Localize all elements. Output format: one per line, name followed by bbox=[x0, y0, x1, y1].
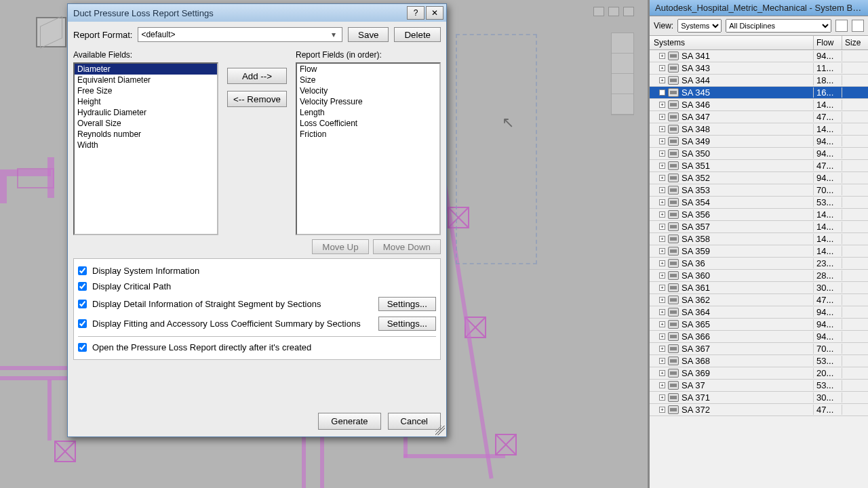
system-row[interactable]: +SA 36247... bbox=[650, 294, 868, 306]
system-row[interactable]: +SA 35453... bbox=[650, 197, 868, 209]
system-row[interactable]: +SA 37247... bbox=[650, 404, 868, 416]
system-row[interactable]: +SA 34311... bbox=[650, 62, 868, 75]
expand-icon[interactable]: + bbox=[659, 272, 665, 279]
expand-icon[interactable]: + bbox=[659, 175, 665, 181]
available-field-item[interactable]: Hydraulic Diameter bbox=[75, 107, 217, 118]
system-row[interactable]: +SA 35914... bbox=[650, 245, 868, 258]
checkbox-open-after-create[interactable] bbox=[78, 343, 87, 352]
system-row[interactable]: +SA 35814... bbox=[650, 233, 868, 245]
system-row[interactable]: +SA 35714... bbox=[650, 221, 868, 233]
move-down-button[interactable]: Move Down bbox=[373, 239, 441, 254]
system-row[interactable]: +SA 36130... bbox=[650, 282, 868, 294]
expand-icon[interactable]: + bbox=[659, 248, 665, 254]
expand-icon[interactable]: + bbox=[659, 333, 665, 340]
expand-icon[interactable]: + bbox=[659, 309, 665, 315]
system-row[interactable]: +SA 36594... bbox=[650, 319, 868, 331]
available-field-item[interactable]: Free Size bbox=[75, 85, 217, 96]
column-header-flow[interactable]: Flow bbox=[814, 36, 842, 49]
checkbox-system-info[interactable] bbox=[78, 266, 87, 275]
filter-icon[interactable] bbox=[835, 20, 848, 32]
available-field-item[interactable]: Diameter bbox=[75, 64, 217, 75]
expand-icon[interactable]: + bbox=[659, 89, 665, 96]
report-field-item[interactable]: Loss Coefficient bbox=[297, 118, 439, 129]
system-browser-body[interactable]: +SA 34194...+SA 34311...+SA 34418...+SA … bbox=[650, 50, 868, 488]
available-field-item[interactable]: Height bbox=[75, 96, 217, 107]
system-row[interactable]: +SA 36770... bbox=[650, 343, 868, 355]
system-row[interactable]: +SA 3623... bbox=[650, 258, 868, 270]
checkbox-critical-path[interactable] bbox=[78, 282, 87, 291]
expand-icon[interactable]: + bbox=[659, 394, 665, 401]
system-row[interactable]: +SA 36494... bbox=[650, 306, 868, 319]
report-fields-list[interactable]: FlowSizeVelocityVelocity PressureLengthL… bbox=[296, 62, 441, 235]
view-select[interactable]: Systems bbox=[677, 19, 722, 33]
system-row[interactable]: +SA 36853... bbox=[650, 355, 868, 367]
move-up-button[interactable]: Move Up bbox=[312, 239, 368, 254]
column-header-size[interactable]: Size bbox=[842, 36, 868, 49]
expand-icon[interactable]: + bbox=[659, 114, 665, 120]
expand-icon[interactable]: + bbox=[659, 358, 665, 364]
system-row[interactable]: +SA 34194... bbox=[650, 50, 868, 62]
expand-icon[interactable]: + bbox=[659, 65, 665, 71]
system-row[interactable]: +SA 36028... bbox=[650, 270, 868, 282]
report-field-item[interactable]: Velocity bbox=[297, 85, 439, 96]
system-row[interactable]: +SA 35147... bbox=[650, 160, 868, 172]
available-field-item[interactable]: Equivalent Diameter bbox=[75, 75, 217, 85]
column-header-systems[interactable]: Systems bbox=[650, 36, 814, 49]
expand-icon[interactable]: + bbox=[659, 138, 665, 144]
system-row[interactable]: +SA 3753... bbox=[650, 380, 868, 392]
system-row[interactable]: +SA 35370... bbox=[650, 184, 868, 197]
expand-icon[interactable]: + bbox=[659, 407, 665, 413]
available-fields-list[interactable]: DiameterEquivalent DiameterFree SizeHeig… bbox=[73, 62, 218, 235]
settings-button-fitting[interactable]: Settings... bbox=[378, 317, 436, 331]
available-field-item[interactable]: Overall Size bbox=[75, 118, 217, 129]
discipline-select[interactable]: All Disciplines bbox=[726, 19, 831, 33]
available-field-item[interactable]: Reynolds number bbox=[75, 129, 217, 140]
checkbox-fitting-summary[interactable] bbox=[78, 319, 87, 328]
expand-icon[interactable]: + bbox=[659, 297, 665, 303]
system-row[interactable]: +SA 36920... bbox=[650, 367, 868, 380]
expand-icon[interactable]: + bbox=[659, 126, 665, 132]
report-field-item[interactable]: Flow bbox=[297, 64, 439, 75]
help-button[interactable]: ? bbox=[407, 6, 425, 20]
expand-icon[interactable]: + bbox=[659, 346, 665, 352]
expand-icon[interactable]: + bbox=[659, 211, 665, 218]
remove-button[interactable]: <-- Remove bbox=[227, 91, 287, 107]
checkbox-straight-segments[interactable] bbox=[78, 300, 87, 308]
cancel-button[interactable]: Cancel bbox=[388, 413, 441, 430]
save-button[interactable]: Save bbox=[348, 27, 389, 42]
system-row[interactable]: +SA 35614... bbox=[650, 209, 868, 221]
expand-icon[interactable]: + bbox=[659, 102, 665, 108]
system-row[interactable]: +SA 34747... bbox=[650, 111, 868, 123]
expand-icon[interactable]: + bbox=[659, 187, 665, 193]
columns-icon[interactable] bbox=[852, 20, 864, 32]
system-row[interactable]: +SA 34994... bbox=[650, 136, 868, 148]
report-field-item[interactable]: Length bbox=[297, 107, 439, 118]
system-row[interactable]: +SA 34814... bbox=[650, 123, 868, 136]
expand-icon[interactable]: + bbox=[659, 260, 665, 266]
report-format-combo[interactable]: <default> ▾ bbox=[138, 27, 342, 42]
expand-icon[interactable]: + bbox=[659, 163, 665, 169]
expand-icon[interactable]: + bbox=[659, 77, 665, 83]
report-field-item[interactable]: Friction bbox=[297, 129, 439, 140]
close-button[interactable]: ✕ bbox=[426, 6, 443, 20]
expand-icon[interactable]: + bbox=[659, 199, 665, 205]
system-row[interactable]: +SA 35294... bbox=[650, 172, 868, 184]
expand-icon[interactable]: + bbox=[659, 53, 665, 59]
system-row[interactable]: +SA 37130... bbox=[650, 392, 868, 404]
dialog-titlebar[interactable]: Duct Pressure Loss Report Settings ? ✕ bbox=[68, 4, 446, 22]
report-field-item[interactable]: Size bbox=[297, 75, 439, 85]
available-field-item[interactable]: Width bbox=[75, 140, 217, 150]
expand-icon[interactable]: + bbox=[659, 285, 665, 291]
expand-icon[interactable]: + bbox=[659, 321, 665, 327]
system-row[interactable]: +SA 36694... bbox=[650, 331, 868, 343]
system-row[interactable]: +SA 34614... bbox=[650, 99, 868, 111]
add-button[interactable]: Add --> bbox=[227, 68, 287, 84]
resize-grip-icon[interactable] bbox=[435, 426, 445, 435]
expand-icon[interactable]: + bbox=[659, 224, 665, 230]
system-row[interactable]: +SA 35094... bbox=[650, 148, 868, 160]
system-row[interactable]: +SA 34516... bbox=[650, 87, 868, 99]
expand-icon[interactable]: + bbox=[659, 370, 665, 376]
expand-icon[interactable]: + bbox=[659, 236, 665, 242]
settings-button-straight[interactable]: Settings... bbox=[378, 297, 436, 311]
expand-icon[interactable]: + bbox=[659, 150, 665, 157]
